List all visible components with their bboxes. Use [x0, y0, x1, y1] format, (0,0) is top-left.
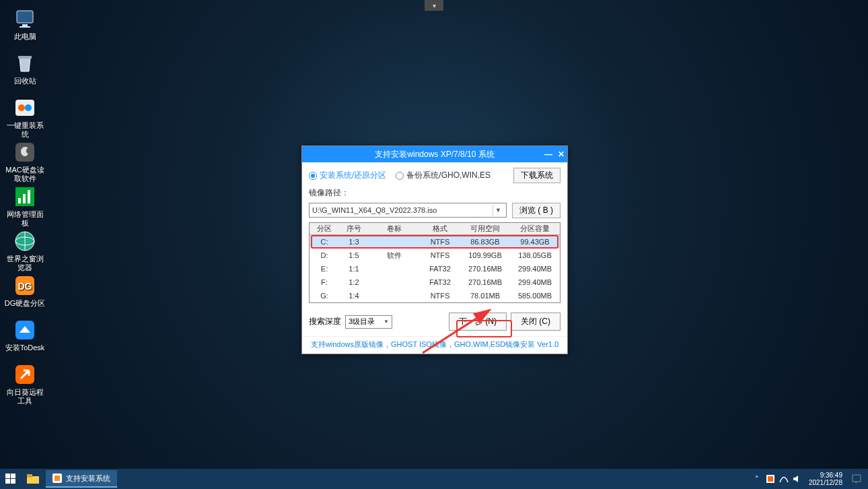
desktop-icon-label: DG硬盘分区 — [4, 299, 46, 308]
radio-install-restore[interactable]: 安装系统/还原分区 — [309, 170, 386, 181]
partition-row[interactable]: C:1:3NTFS86.83GB99.43GB — [310, 235, 560, 249]
notifications-button[interactable] — [849, 469, 864, 489]
taskbar: 支持安装系统 ˄ 9:36:49 2021/12/28 — [0, 469, 868, 489]
svg-rect-10 — [23, 194, 26, 203]
svg-rect-9 — [18, 198, 21, 203]
desktop-icon-one-key-install[interactable]: 一键重装系统 — [4, 96, 46, 139]
taskbar-app-installer[interactable]: 支持安装系统 — [46, 470, 117, 488]
image-path-combo[interactable]: U:\G_WIN11_X64_Q8_V2022.378.iso ▼ — [309, 203, 507, 218]
partition-row[interactable]: F:1:2FAT32270.16MB299.40MB — [310, 275, 560, 289]
search-depth-label: 搜索深度 — [309, 316, 341, 327]
desktop-icon-label: 向日葵远程工具 — [4, 388, 46, 405]
desktop-icon-label: 网络管理面板 — [4, 210, 46, 228]
svg-rect-3 — [18, 56, 32, 59]
dropdown-arrow-icon: ▼ — [384, 319, 389, 325]
close-button[interactable]: ✕ — [558, 150, 565, 159]
file-explorer-button[interactable] — [22, 469, 44, 489]
svg-point-6 — [25, 104, 32, 111]
install-todesk-icon — [13, 318, 37, 342]
dg-partition-icon: DG — [13, 273, 37, 298]
desktop-icon-label: 世界之窗浏览器 — [4, 255, 46, 272]
dialog-footer-text: 支持windows原版镜像，GHOST ISO镜像，GHO,WIM,ESD镜像安… — [302, 336, 567, 354]
svg-point-5 — [18, 104, 25, 111]
recycle-bin-icon — [13, 51, 37, 75]
close-dialog-button[interactable]: 关闭 (C) — [511, 313, 560, 331]
svg-rect-11 — [28, 190, 30, 203]
svg-text:DG: DG — [18, 281, 32, 292]
svg-rect-22 — [5, 479, 10, 484]
svg-rect-2 — [20, 26, 30, 28]
tray-up-icon[interactable]: ˄ — [752, 474, 762, 484]
desktop-icon-label: 一键重装系统 — [4, 121, 46, 139]
chevron-down-icon: ▾ — [433, 2, 436, 9]
desktop-icon-label: 安装ToDesk — [4, 344, 46, 352]
tray-app-icon[interactable] — [766, 474, 775, 484]
partition-table: 分区 序号 卷标 格式 可用空间 分区容量 C:1:3NTFS86.83GB99… — [309, 222, 560, 303]
desktop-icon-recycle-bin[interactable]: 回收站 — [4, 51, 46, 86]
path-label: 镜像路径： — [309, 187, 560, 199]
network-panel-icon — [13, 185, 37, 209]
start-button[interactable] — [0, 469, 22, 489]
svg-rect-20 — [5, 474, 10, 478]
radio-backup[interactable]: 备份系统/GHO,WIN,ES — [396, 170, 491, 181]
sunflower-remote-icon — [13, 362, 37, 387]
desktop-icon-world-browser[interactable]: 世界之窗浏览器 — [4, 229, 46, 272]
dialog-title: 支持安装windows XP/7/8/10 系统 — [375, 149, 494, 160]
desktop-icon-network-panel[interactable]: 网络管理面板 — [4, 185, 46, 228]
svg-rect-25 — [27, 474, 32, 478]
svg-rect-27 — [55, 476, 60, 481]
top-pull-down-handle[interactable]: ▾ — [425, 0, 443, 11]
windows-logo-icon — [5, 474, 16, 484]
dropdown-arrow-icon: ▼ — [493, 205, 503, 216]
search-depth-combo[interactable]: 3级目录 ▼ — [345, 315, 392, 329]
svg-rect-1 — [22, 24, 28, 26]
folder-icon — [27, 474, 39, 484]
radio-dot-icon — [309, 172, 317, 180]
this-pc-icon — [13, 7, 37, 31]
taskbar-clock[interactable]: 9:36:49 2021/12/28 — [806, 471, 845, 486]
download-system-button[interactable]: 下载系统 — [513, 168, 560, 183]
desktop-icon-label: 此电脑 — [4, 32, 46, 41]
minimize-button[interactable]: — — [544, 150, 552, 159]
mac-disk-reader-icon — [13, 140, 37, 164]
next-step-button[interactable]: 下一步 (N) — [449, 313, 507, 331]
svg-rect-31 — [853, 475, 861, 482]
svg-rect-0 — [17, 11, 33, 23]
desktop-icon-dg-partition[interactable]: DGDG硬盘分区 — [4, 273, 46, 308]
desktop-icon-label: 回收站 — [4, 77, 46, 86]
app-icon — [52, 474, 62, 483]
one-key-install-icon — [13, 96, 37, 120]
browse-button[interactable]: 浏览 ( B ) — [512, 203, 560, 218]
radio-dot-icon — [396, 172, 404, 180]
desktop-icon-install-todesk[interactable]: 安装ToDesk — [4, 318, 46, 352]
partition-row[interactable]: E:1:1FAT32270.16MB299.40MB — [310, 262, 560, 275]
desktop-icon-label: MAC硬盘读取软件 — [4, 166, 46, 183]
svg-marker-30 — [793, 476, 798, 482]
notification-icon — [852, 474, 861, 484]
desktop-icon-sunflower-remote[interactable]: 向日葵远程工具 — [4, 362, 46, 405]
partition-row[interactable]: G:1:4NTFS78.01MB585.00MB — [310, 289, 560, 302]
svg-rect-21 — [11, 474, 15, 478]
dialog-titlebar[interactable]: 支持安装windows XP/7/8/10 系统 — ✕ — [302, 146, 567, 162]
image-path-value: U:\G_WIN11_X64_Q8_V2022.378.iso — [312, 206, 437, 214]
svg-rect-29 — [768, 476, 773, 482]
tray-volume-icon[interactable] — [793, 474, 802, 484]
tray-network-icon[interactable] — [779, 474, 789, 484]
partition-row[interactable]: D:1:5软件NTFS109.99GB138.05GB — [310, 249, 560, 262]
world-browser-icon — [13, 229, 37, 253]
table-header: 分区 序号 卷标 格式 可用空间 分区容量 — [310, 223, 560, 235]
install-dialog: 支持安装windows XP/7/8/10 系统 — ✕ 安装系统/还原分区 备… — [301, 145, 568, 354]
svg-rect-23 — [11, 479, 15, 484]
desktop-icon-mac-disk-reader[interactable]: MAC硬盘读取软件 — [4, 140, 46, 183]
desktop-icon-this-pc[interactable]: 此电脑 — [4, 7, 46, 41]
